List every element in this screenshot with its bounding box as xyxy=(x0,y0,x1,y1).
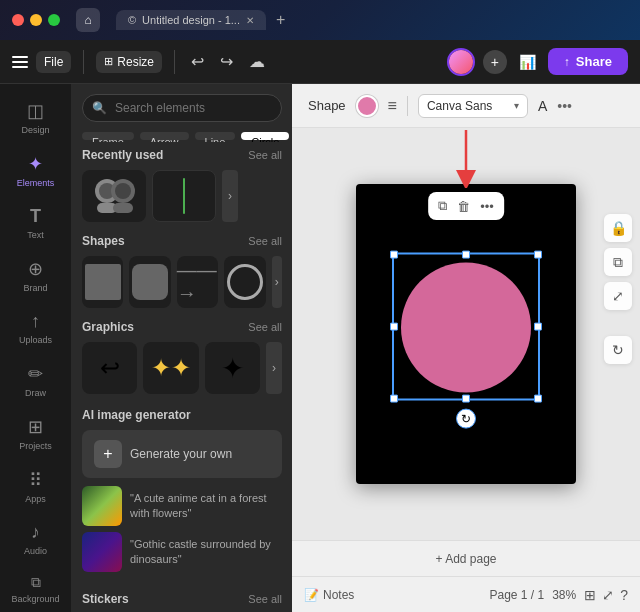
notes-button[interactable]: 📝 Notes xyxy=(304,588,354,602)
help-button[interactable]: ? xyxy=(620,587,628,603)
sidebar-item-label-elements: Elements xyxy=(17,178,55,188)
fullscreen-button[interactable]: ⤢ xyxy=(602,587,614,603)
bottom-bar: 📝 Notes Page 1 / 1 38% ⊞ ⤢ ? xyxy=(292,576,640,612)
zoom-level[interactable]: 38% xyxy=(552,588,576,602)
uploads-icon: ↑ xyxy=(31,311,40,332)
main-toolbar: File ⊞ Resize ↩ ↪ ☁ + 📊 ↑ Share xyxy=(0,40,640,84)
grid-view-button[interactable]: ⊞ xyxy=(584,587,596,603)
sidebar-item-text[interactable]: T Text xyxy=(6,198,66,248)
search-input[interactable] xyxy=(82,94,282,122)
avatar-image xyxy=(449,50,473,74)
copy-float-button[interactable]: ⧉ xyxy=(436,196,449,216)
add-page-button[interactable]: + Add page xyxy=(435,552,496,566)
rotate-handle[interactable]: ↻ xyxy=(456,409,476,429)
square-preview xyxy=(85,264,121,300)
shape-color-picker[interactable] xyxy=(356,95,378,117)
graphics-scroll[interactable]: › xyxy=(266,342,282,394)
sidebar-item-draw[interactable]: ✏ Draw xyxy=(6,355,66,406)
sidebar-item-projects[interactable]: ⊞ Projects xyxy=(6,408,66,459)
handle-top-right[interactable] xyxy=(534,251,542,259)
close-button[interactable] xyxy=(12,14,24,26)
refresh-button[interactable]: ↻ xyxy=(604,336,632,364)
add-tab-button[interactable]: + xyxy=(270,11,291,29)
ai-generate-button[interactable]: + Generate your own xyxy=(82,430,282,478)
maximize-button[interactable] xyxy=(48,14,60,26)
share-label: Share xyxy=(576,54,612,69)
canvas-scroll[interactable]: 🔒 ⧉ ⤢ ↻ ⧉ 🗑 ••• xyxy=(292,128,640,540)
home-icon[interactable]: ⌂ xyxy=(76,8,100,32)
tab-area: © Untitled design - 1... ✕ + xyxy=(116,10,291,30)
filter-tag-arrow[interactable]: Arrow xyxy=(140,132,189,140)
handle-top-center[interactable] xyxy=(462,251,470,259)
circle-outline-preview xyxy=(227,264,263,300)
duplicate-button[interactable]: ⧉ xyxy=(604,248,632,276)
sidebar: ◫ Design ✦ Elements T Text ⊕ Brand ↑ Upl… xyxy=(0,84,72,612)
shape-square-item[interactable] xyxy=(82,256,123,308)
sidebar-item-brand[interactable]: ⊕ Brand xyxy=(6,250,66,301)
recent-items-scroll[interactable]: › xyxy=(222,170,238,222)
shape-rounded-item[interactable] xyxy=(129,256,170,308)
right-toolbar: 🔒 ⧉ ⤢ ↻ xyxy=(604,214,632,364)
svg-point-4 xyxy=(115,183,131,199)
background-icon: ⧉ xyxy=(31,574,41,591)
more-float-button[interactable]: ••• xyxy=(478,197,496,216)
analytics-icon[interactable]: 📊 xyxy=(515,50,540,74)
ai-image-item-1[interactable]: "A cute anime cat in a forest with flowe… xyxy=(82,486,282,526)
lock-button[interactable]: 🔒 xyxy=(604,214,632,242)
shapes-see-all[interactable]: See all xyxy=(248,235,282,247)
stickers-see-all[interactable]: See all xyxy=(248,593,282,605)
menu-icon[interactable] xyxy=(12,56,28,68)
canvas-page[interactable]: ⧉ 🗑 ••• ↻ xyxy=(356,184,576,484)
file-menu-button[interactable]: File xyxy=(36,51,71,73)
more-options-button[interactable]: ••• xyxy=(557,98,572,114)
font-selector[interactable]: Canva Sans ▾ xyxy=(418,94,528,118)
graphics-see-all[interactable]: See all xyxy=(248,321,282,333)
sidebar-item-design[interactable]: ◫ Design xyxy=(6,92,66,143)
shape-circle-item[interactable] xyxy=(224,256,265,308)
sidebar-item-elements[interactable]: ✦ Elements xyxy=(6,145,66,196)
handle-bottom-right[interactable] xyxy=(534,395,542,403)
shapes-scroll[interactable]: › xyxy=(272,256,282,308)
search-bar: 🔍 xyxy=(72,84,292,128)
text-color-icon[interactable]: A xyxy=(538,98,547,114)
graphic-arrow-item[interactable]: ↩ xyxy=(82,342,137,394)
handle-middle-right[interactable] xyxy=(534,323,542,331)
sidebar-item-apps[interactable]: ⠿ Apps xyxy=(6,461,66,512)
sidebar-item-label-uploads: Uploads xyxy=(19,335,52,345)
sidebar-item-audio[interactable]: ♪ Audio xyxy=(6,514,66,564)
elements-icon: ✦ xyxy=(28,153,43,175)
add-collaborator-button[interactable]: + xyxy=(483,50,507,74)
filter-tag-line[interactable]: Line xyxy=(195,132,236,140)
avatar[interactable] xyxy=(447,48,475,76)
recent-item-2[interactable] xyxy=(152,170,216,222)
ai-image-item-2[interactable]: "Gothic castle surrounded by dinosaurs" xyxy=(82,532,282,572)
rounded-rect-preview xyxy=(132,264,168,300)
expand-button[interactable]: ⤢ xyxy=(604,282,632,310)
graphic-star-item[interactable]: ✦ xyxy=(205,342,260,394)
tab-close-icon[interactable]: ✕ xyxy=(246,15,254,26)
sidebar-item-uploads[interactable]: ↑ Uploads xyxy=(6,303,66,353)
canvas-area: Shape ≡ Canva Sans ▾ A ••• xyxy=(292,84,640,612)
undo-button[interactable]: ↩ xyxy=(187,48,208,75)
filter-tag-circle[interactable]: Circle xyxy=(241,132,289,140)
align-icon[interactable]: ≡ xyxy=(388,97,397,115)
graphic-sparkle-item[interactable]: ✦✦ xyxy=(143,342,198,394)
filter-tag-frame[interactable]: Frame xyxy=(82,132,134,140)
minimize-button[interactable] xyxy=(30,14,42,26)
shape-arrow-item[interactable]: ——→ xyxy=(177,256,218,308)
sidebar-item-background[interactable]: ⧉ Background xyxy=(6,566,66,612)
save-cloud-button[interactable]: ☁ xyxy=(245,48,269,75)
resize-button[interactable]: ⊞ Resize xyxy=(96,51,162,73)
current-tab[interactable]: © Untitled design - 1... ✕ xyxy=(116,10,266,30)
handle-bottom-left[interactable] xyxy=(390,395,398,403)
handle-top-left[interactable] xyxy=(390,251,398,259)
delete-float-button[interactable]: 🗑 xyxy=(455,197,472,216)
recent-item-1[interactable] xyxy=(82,170,146,222)
handle-bottom-center[interactable] xyxy=(462,395,470,403)
redo-button[interactable]: ↪ xyxy=(216,48,237,75)
recently-used-see-all[interactable]: See all xyxy=(248,149,282,161)
handle-middle-left[interactable] xyxy=(390,323,398,331)
sidebar-item-label-brand: Brand xyxy=(23,283,47,293)
share-button[interactable]: ↑ Share xyxy=(548,48,628,75)
sidebar-item-label-apps: Apps xyxy=(25,494,46,504)
